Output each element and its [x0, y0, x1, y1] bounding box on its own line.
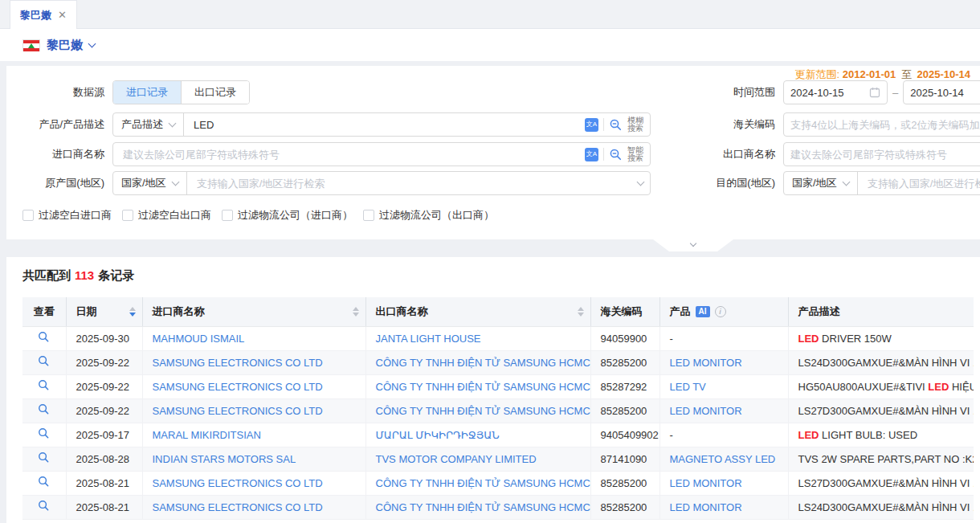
chevron-down-icon[interactable]	[88, 39, 96, 47]
product-link[interactable]: LED MONITOR	[670, 405, 742, 417]
checkbox-icon[interactable]	[22, 210, 34, 221]
importer-link[interactable]: SAMSUNG ELECTRONICS CO LTD	[153, 381, 323, 393]
table-row: 2025-09-22SAMSUNG ELECTRONICS CO LTDCÔNG…	[22, 398, 974, 423]
view-record-icon[interactable]	[38, 476, 50, 488]
checkbox-icon[interactable]	[122, 210, 133, 221]
record-date: 2025-08-28	[66, 447, 142, 471]
product-description: HG50AU800AUXUE#&TIVI LED HIỆU...	[788, 374, 974, 398]
checkbox-label: 过滤空白进口商	[39, 208, 112, 223]
start-date-input[interactable]	[783, 80, 888, 104]
record-date: 2025-09-22	[66, 374, 142, 398]
smart-search-icon[interactable]	[609, 148, 623, 161]
product-description: LS27D300GAMXUE#&MÀN HÌNH VI ...	[788, 398, 974, 423]
importer-link[interactable]: MAHMOUD ISMAIL	[153, 333, 245, 345]
date-sort-button[interactable]	[129, 307, 136, 317]
export-records-tab[interactable]: 出口记录	[181, 81, 249, 104]
end-date-input[interactable]	[903, 80, 980, 104]
product-link[interactable]: LED MONITOR	[670, 477, 742, 489]
start-date-value[interactable]	[790, 87, 866, 99]
view-record-icon[interactable]	[38, 331, 50, 343]
importer-link[interactable]: SAMSUNG ELECTRONICS CO LTD	[153, 357, 323, 369]
record-date: 2025-09-22	[66, 398, 142, 423]
table-row: 2025-09-22SAMSUNG ELECTRONICS CO LTDCÔNG…	[22, 350, 974, 374]
table-row: 2025-09-22SAMSUNG ELECTRONICS CO LTDCÔNG…	[22, 374, 974, 398]
checkbox-icon[interactable]	[222, 210, 233, 221]
import-records-tab[interactable]: 进口记录	[113, 81, 181, 104]
view-record-icon[interactable]	[38, 379, 50, 391]
view-record-icon[interactable]	[38, 500, 50, 512]
view-record-icon[interactable]	[38, 355, 50, 367]
exporter-link[interactable]: CÔNG TY TNHH ĐIỆN TỬ SAMSUNG HCMC...	[376, 477, 591, 489]
datasource-segmented: 进口记录 出口记录	[112, 80, 250, 104]
product-field-select[interactable]: 产品描述	[113, 113, 184, 136]
filter-checkbox-2[interactable]: 过滤物流公司（进口商）	[222, 208, 353, 223]
filter-checkbox-3[interactable]: 过滤物流公司（出口商）	[363, 208, 494, 223]
exporter-name-value[interactable]	[790, 149, 980, 161]
origin-country-select[interactable]: 国家/地区	[113, 172, 187, 194]
exporter-link[interactable]: CÔNG TY TNHH ĐIỆN TỬ SAMSUNG HCMC...	[376, 357, 591, 369]
exporter-link[interactable]: CÔNG TY TNHH ĐIỆN TỬ SAMSUNG HCMC...	[376, 501, 591, 513]
fuzzy-search-icon[interactable]	[609, 118, 623, 132]
info-icon[interactable]: i	[715, 306, 726, 317]
end-date-value[interactable]	[910, 87, 980, 99]
importer-sort-button[interactable]	[353, 307, 359, 317]
translate-icon[interactable]: 文A	[585, 148, 598, 161]
ai-badge: AI	[696, 306, 710, 317]
smart-search-button[interactable]: 智能 搜索	[627, 146, 643, 162]
destination-label: 目的国(地区)	[691, 176, 783, 190]
lebanon-flag-icon	[22, 39, 40, 51]
exporter-link[interactable]: JANTA LIGHT HOUSE	[376, 333, 481, 345]
chevron-down-icon	[169, 119, 177, 127]
hs-code-value[interactable]	[790, 119, 980, 131]
product-link[interactable]: LED MONITOR	[670, 501, 742, 513]
fuzzy-search-button[interactable]: 模糊 搜索	[627, 116, 643, 133]
product-link[interactable]: MAGNETO ASSY LED	[670, 453, 776, 465]
exporter-link[interactable]: TVS MOTOR COMPANY LIMITED	[376, 453, 537, 465]
table-row: 2025-08-21SAMSUNG ELECTRONICS CO LTDCÔNG…	[22, 495, 974, 519]
exporter-link[interactable]: CÔNG TY TNHH ĐIỆN TỬ SAMSUNG HCMC...	[376, 381, 591, 393]
close-icon[interactable]: ✕	[58, 10, 67, 20]
importer-link[interactable]: SAMSUNG ELECTRONICS CO LTD	[153, 501, 323, 513]
destination-country-select[interactable]: 国家/地区	[784, 172, 858, 194]
importer-name-input[interactable]	[121, 148, 570, 161]
table-row: 2025-08-21SAMSUNG ELECTRONICS CO LTDCÔNG…	[22, 471, 974, 495]
country-name[interactable]: 黎巴嫩	[47, 38, 83, 53]
view-record-icon[interactable]	[38, 451, 50, 464]
exporter-name-input[interactable]	[783, 142, 980, 166]
product-search-input[interactable]	[192, 118, 570, 132]
hs-code-label: 海关编码	[691, 117, 783, 132]
filter-checkbox-1[interactable]: 过滤空白出口商	[122, 208, 211, 223]
exporter-sort-button[interactable]	[578, 307, 584, 317]
hs-code-input[interactable]	[783, 112, 980, 137]
update-range-to-word: 至	[901, 68, 912, 80]
chevron-down-icon[interactable]	[637, 178, 645, 186]
product-empty: -	[659, 326, 788, 350]
view-record-icon[interactable]	[38, 427, 50, 439]
results-summary: 共匹配到113条记录	[22, 268, 134, 284]
exporter-link[interactable]: ՄԱՐԱԼ ՄԻԿԻՐԴԻՋՅԱՆ	[376, 429, 500, 441]
importer-link[interactable]: INDIAN STARS MOTORS SAL	[153, 453, 296, 465]
importer-link[interactable]: SAMSUNG ELECTRONICS CO LTD	[153, 477, 323, 489]
view-record-icon[interactable]	[38, 403, 50, 415]
importer-link[interactable]: SAMSUNG ELECTRONICS CO LTD	[153, 405, 323, 417]
origin-country-input[interactable]	[195, 177, 623, 190]
product-link[interactable]: LED MONITOR	[670, 357, 742, 369]
origin-label: 原产国(地区)	[6, 176, 112, 190]
product-empty: -	[659, 423, 788, 447]
product-link[interactable]: LED TV	[670, 381, 706, 393]
product-description: LS24D300GAMXUE#&MÀN HÌNH VI ...	[788, 495, 974, 519]
exporter-link[interactable]: CÔNG TY TNHH ĐIỆN TỬ SAMSUNG HCMC...	[376, 405, 591, 417]
checkbox-icon[interactable]	[363, 210, 374, 221]
tab-lebanon[interactable]: 黎巴嫩 ✕	[10, 0, 77, 29]
datasource-label: 数据源	[6, 85, 112, 100]
calendar-icon[interactable]	[869, 87, 880, 98]
destination-country-input[interactable]	[866, 177, 980, 190]
translate-icon[interactable]: 文A	[585, 118, 598, 132]
search-form-panel: 更新范围: 2012-01-01 至 2025-10-14 数据源 进口记录 出…	[6, 66, 980, 239]
collapse-form-button[interactable]	[653, 239, 733, 251]
filter-checkbox-0[interactable]: 过滤空白进口商	[22, 208, 112, 223]
table-row: 2025-08-28INDIAN STARS MOTORS SALTVS MOT…	[22, 447, 974, 471]
table-row: 2025-09-30MAHMOUD ISMAILJANTA LIGHT HOUS…	[22, 326, 974, 350]
importer-link[interactable]: MARAL MIKIRDITSIAN	[153, 429, 261, 441]
update-range-from: 2012-01-01	[843, 68, 896, 80]
